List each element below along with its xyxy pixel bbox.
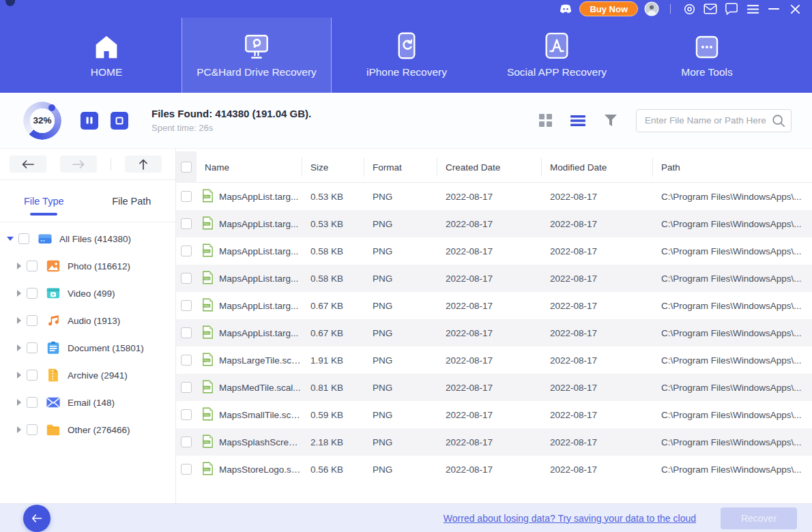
pause-scan-button[interactable]	[81, 112, 98, 130]
svg-text:PNG: PNG	[203, 249, 209, 252]
tab-file-type[interactable]: File Type	[0, 196, 88, 207]
table-body: PNGMapsAppList.targ...0.53 KBPNG2022-08-…	[176, 183, 812, 483]
minimize-icon[interactable]	[766, 1, 781, 16]
checkbox[interactable]	[27, 370, 38, 381]
record-icon[interactable]	[682, 1, 697, 16]
checkbox[interactable]	[18, 233, 29, 244]
row-checkbox[interactable]	[181, 382, 192, 393]
sidebar-item-label: Archive (2941)	[68, 370, 128, 381]
column-header-format[interactable]: Format	[364, 158, 437, 177]
row-checkbox[interactable]	[181, 327, 192, 338]
tab-iphone-recovery[interactable]: iPhone Recovery	[332, 18, 482, 93]
sidebar-item-archive[interactable]: Archive (2941)	[0, 361, 175, 389]
up-button[interactable]	[125, 156, 162, 173]
row-checkbox[interactable]	[181, 464, 192, 475]
sidebar-item-video[interactable]: Video (499)	[0, 280, 175, 307]
table-row[interactable]: PNGMapsAppList.targ...0.58 KBPNG2022-08-…	[176, 265, 812, 292]
file-created-date: 2022-08-17	[437, 355, 542, 366]
spent-time-text: Spent time: 26s	[151, 123, 311, 133]
table-row[interactable]: PNGMapsAppList.targ...0.53 KBPNG2022-08-…	[176, 183, 812, 210]
expand-icon[interactable]	[17, 426, 21, 433]
list-view-icon[interactable]	[570, 113, 585, 128]
table-row[interactable]: PNGMapsSmallTile.scal...0.59 KBPNG2022-0…	[176, 401, 812, 428]
expand-icon[interactable]	[17, 344, 21, 351]
file-modified-date: 2022-08-17	[542, 301, 653, 311]
checkbox[interactable]	[27, 424, 38, 435]
avatar[interactable]	[644, 1, 659, 16]
checkbox[interactable]	[27, 397, 38, 408]
sidebar-item-email[interactable]: Email (148)	[0, 389, 175, 416]
sidebar-item-other[interactable]: Other (276466)	[0, 416, 175, 443]
row-checkbox[interactable]	[181, 300, 192, 311]
expand-icon[interactable]	[17, 372, 21, 379]
scan-toolbar: 32% Files Found: 414380 (191.04 GB). Spe…	[0, 93, 812, 149]
table-row[interactable]: PNGMapsAppList.targ...0.67 KBPNG2022-08-…	[176, 292, 812, 319]
tab-iphone-recovery-label: iPhone Recovery	[366, 66, 447, 78]
forward-button[interactable]	[60, 156, 97, 173]
stop-scan-button[interactable]	[111, 112, 128, 130]
row-checkbox[interactable]	[181, 191, 192, 202]
search-input[interactable]	[636, 109, 792, 132]
close-icon[interactable]	[787, 1, 802, 16]
grid-view-icon[interactable]	[538, 113, 553, 128]
footer-back-button[interactable]	[23, 505, 50, 532]
filter-icon[interactable]	[603, 113, 618, 128]
column-header-modified-date[interactable]: Modified Date	[542, 158, 653, 177]
collapse-icon[interactable]	[7, 237, 14, 241]
tab-file-type-label: File Type	[24, 196, 64, 207]
table-row[interactable]: PNGMapsLargeTile.scal...1.91 KBPNG2022-0…	[176, 346, 812, 374]
column-header-name[interactable]: Name	[197, 158, 302, 177]
row-checkbox[interactable]	[181, 246, 192, 256]
tab-home[interactable]: HOME	[31, 18, 182, 93]
checkbox[interactable]	[27, 315, 38, 326]
column-header-created-date[interactable]: Created Date	[437, 158, 542, 177]
expand-icon[interactable]	[17, 263, 21, 269]
tab-file-path[interactable]: File Path	[88, 196, 176, 207]
row-checkbox[interactable]	[181, 273, 192, 284]
checkbox[interactable]	[27, 261, 38, 271]
discord-icon[interactable]	[558, 1, 573, 16]
tab-more-tools[interactable]: More Tools	[632, 18, 782, 93]
select-all-checkbox[interactable]	[181, 162, 192, 173]
checkbox[interactable]	[27, 342, 38, 353]
file-name-cell: PNGMapsAppList.targ...	[197, 189, 302, 205]
buy-now-button[interactable]: Buy Now	[579, 1, 638, 16]
back-button[interactable]	[10, 156, 46, 173]
row-checkbox[interactable]	[181, 355, 192, 366]
row-checkbox-cell	[176, 191, 197, 202]
mail-icon[interactable]	[703, 1, 718, 16]
column-header-size[interactable]: Size	[302, 158, 364, 177]
tab-social-app-recovery[interactable]: Social APP Recovery	[482, 18, 632, 93]
file-path: C:\Program Files\WindowsApps\...	[653, 246, 812, 256]
sidebar-item-all-files[interactable]: All Files (414380)	[0, 225, 175, 252]
sidebar-item-document[interactable]: Document (15801)	[0, 334, 175, 361]
chat-icon[interactable]	[724, 1, 739, 16]
file-format: PNG	[364, 355, 437, 366]
row-checkbox[interactable]	[181, 218, 192, 229]
checkbox[interactable]	[27, 288, 38, 299]
sidebar-item-label: Document (15801)	[68, 343, 144, 353]
file-name-cell: PNGMapsAppList.targ...	[197, 325, 302, 341]
expand-icon[interactable]	[17, 290, 21, 297]
row-checkbox[interactable]	[181, 409, 192, 420]
row-checkbox[interactable]	[181, 437, 192, 447]
table-row[interactable]: PNGMapsMedTile.scal...0.81 KBPNG2022-08-…	[176, 374, 812, 401]
tab-pc-hard-drive-recovery[interactable]: PC&Hard Drive Recovery	[182, 18, 332, 93]
table-row[interactable]: PNGMapsAppList.targ...0.53 KBPNG2022-08-…	[176, 210, 812, 237]
search-icon[interactable]	[772, 114, 785, 130]
png-file-icon: PNG	[202, 298, 214, 314]
menu-icon[interactable]	[745, 1, 760, 16]
table-row[interactable]: PNGMapsAppList.targ...0.58 KBPNG2022-08-…	[176, 237, 812, 265]
table-row[interactable]: PNGMapsStoreLogo.sc...0.56 KBPNG2022-08-…	[176, 456, 812, 483]
expand-icon[interactable]	[17, 317, 21, 324]
table-row[interactable]: PNGMapsAppList.targ...0.67 KBPNG2022-08-…	[176, 319, 812, 346]
sidebar-item-audio[interactable]: Audio (1913)	[0, 307, 175, 334]
file-size: 0.53 KB	[302, 219, 364, 229]
recover-button[interactable]: Recover	[721, 507, 797, 529]
cloud-save-link[interactable]: Worred about losing data? Try saving you…	[444, 513, 696, 524]
sidebar-item-photo[interactable]: Photo (116612)	[0, 252, 175, 280]
expand-icon[interactable]	[17, 399, 21, 406]
table-row[interactable]: PNGMapsSplashScreen...2.18 KBPNG2022-08-…	[176, 428, 812, 456]
file-name: MapsAppList.targ...	[219, 192, 298, 202]
column-header-path[interactable]: Path	[653, 158, 812, 177]
